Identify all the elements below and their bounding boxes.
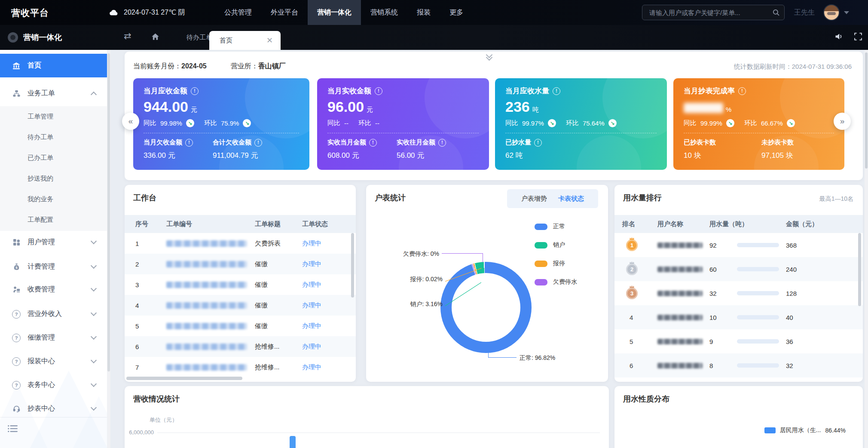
carousel-prev-button[interactable]: « [122,113,139,130]
legend-item-residential[interactable]: 居民用水（生... 86.44% [764,427,846,434]
sidebar-item-billing-mgmt[interactable]: $ 计费管理 [0,255,107,279]
sidebar-item-fee-mgmt[interactable]: 收费管理 [0,278,107,301]
top-nav: 公共管理 外业平台 营销一体化 营销系统 报装 更多 [215,0,473,25]
table-row[interactable]: 3催缴办理中 [125,274,356,295]
sidebar-scrollbar-thumb[interactable] [107,53,110,371]
nav-item-more[interactable]: 更多 [440,0,473,25]
card-value: 236吨 [505,99,657,114]
sidebar-item-installation-center[interactable]: ? 报装中心 [0,350,107,373]
app-logo-icon [8,32,18,43]
sidebar-subitem-my-business[interactable]: 我的业务 [0,189,107,209]
table-row[interactable]: 5 9 36 [614,329,863,353]
card-value-blurred: % [684,99,834,114]
legend-item-normal[interactable]: 正常 [535,223,577,230]
order-status-link[interactable]: 办理中 [302,322,321,329]
sidebar-subitem-done-orders[interactable]: 已办工单 [0,147,107,168]
sidebar-subitem-todo-orders[interactable]: 待办工单 [0,127,107,147]
sidebar-item-label: 收费管理 [28,285,55,294]
order-status-link[interactable]: 办理中 [302,363,321,371]
nav-item-public-mgmt[interactable]: 公共管理 [215,0,261,25]
close-icon[interactable]: ✕ [266,37,273,44]
info-icon[interactable]: ! [553,87,560,95]
card-footer-item: 合计欠收金额! 911,004.79 元 [213,138,262,160]
info-icon[interactable]: ! [738,87,746,95]
trend-down-icon: ↘ [548,119,556,127]
table-row[interactable]: 6 8 32 [614,353,863,377]
tab-card-status[interactable]: 卡表状态 [558,195,584,203]
speaker-icon[interactable] [834,32,843,41]
card-value: 944.00元 [144,99,299,114]
order-status-link[interactable]: 办理中 [302,301,321,309]
search-icon[interactable] [772,9,780,16]
tab-home[interactable]: 首页 ✕ [209,31,281,50]
table-row[interactable]: 7 [614,377,863,382]
main-scrollbar-thumb[interactable] [865,52,868,169]
order-status-link[interactable]: 办理中 [302,260,321,267]
question-circle-icon: ? [12,357,21,366]
nature-legend-swatch [764,427,776,433]
sidebar-item-home[interactable]: 首页 [0,54,107,77]
app-window: 营收平台 2024-07-31 27℃ 阴 公共管理 外业平台 营销一体化 营销… [0,0,868,448]
sidebar-subitem-order-config[interactable]: 工单配置 [0,209,107,230]
table-hscrollbar-thumb[interactable] [126,377,242,380]
info-icon[interactable]: ! [369,139,377,147]
search-input[interactable] [648,9,772,17]
legend-item-arrears[interactable]: 欠费停水 [535,278,577,286]
order-status-link[interactable]: 办理中 [302,239,321,247]
cashier-icon [12,286,21,293]
global-search-box[interactable] [642,5,785,20]
info-icon[interactable]: ! [185,139,193,147]
sidebar-subitem-cc-me[interactable]: 抄送我的 [0,168,107,189]
info-icon[interactable]: ! [534,139,542,147]
collapse-panel-button[interactable] [483,52,495,61]
sidebar-item-business-orders[interactable]: 业务工单 [0,82,107,105]
home-icon[interactable] [151,33,159,43]
info-icon[interactable]: ! [375,87,382,95]
rank-number: 5 [630,338,633,345]
table-row[interactable]: 3 32 128 [614,281,863,305]
table-scrollbar-thumb[interactable] [858,233,861,306]
sidebar-subitem-order-mgmt[interactable]: 工单管理 [0,106,107,127]
table-row[interactable]: 4 10 40 [614,305,863,329]
usage-bar-track [737,243,779,247]
table-row[interactable]: 6抢维修...办理中 [125,336,356,357]
water-usage-ranking-panel: 用水量排行 最高1—10名 排名 用户名称 用水量（吨） 金额（元） 1 92 … [614,185,863,382]
sidebar-item-user-mgmt[interactable]: 用户管理 [0,230,107,254]
nav-item-installation[interactable]: 报装 [407,0,440,25]
table-row[interactable]: 2催缴办理中 [125,254,356,274]
carousel-next-button[interactable]: » [834,113,851,130]
card-title: 当月抄表完成率! [684,86,834,96]
info-icon[interactable]: ! [438,139,446,147]
table-scrollbar-thumb[interactable] [351,233,354,298]
tab-meter-trend[interactable]: 户表增势 [521,195,547,203]
sidebar-item-nonoperating-income[interactable]: ? 营业外收入 [0,302,107,326]
table-row[interactable]: 4催缴办理中 [125,295,356,316]
table-row[interactable]: 1欠费拆表办理中 [125,233,356,254]
user-name[interactable]: 王先生 [794,8,815,17]
nav-item-marketing-system[interactable]: 营销系统 [361,0,407,25]
order-status-link[interactable]: 办理中 [302,343,321,350]
table-row[interactable]: 1 92 368 [614,233,863,257]
table-row[interactable]: 5催缴办理中 [125,316,356,336]
legend-item-paused[interactable]: 报停 [535,260,577,267]
avatar[interactable] [823,4,840,21]
question-circle-icon: ? [12,310,21,319]
svg-text:$: $ [15,266,18,270]
fullscreen-icon[interactable] [854,33,862,40]
nav-item-marketing-integration[interactable]: 营销一体化 [308,0,361,25]
gold-medal-icon: 1 [626,239,638,251]
order-status-link[interactable]: 办理中 [302,281,321,288]
card-footer-item: 已抄水量! 62 吨 [505,138,542,160]
trend-down-icon: ↘ [243,119,251,127]
legend-item-closed[interactable]: 销户 [535,241,577,249]
info-icon[interactable]: ! [191,87,199,95]
blurred-user-name [657,242,703,248]
callout-paused: 报停: 0.02% [392,276,443,283]
table-row[interactable]: 2 60 240 [614,257,863,281]
chevron-down-icon[interactable] [844,11,849,14]
info-icon[interactable]: ! [254,139,262,147]
switch-app-icon[interactable]: ⇄ [124,31,131,41]
nav-item-field-platform[interactable]: 外业平台 [261,0,308,25]
table-row[interactable]: 7抢维修...办理中 [125,357,356,377]
sidebar-item-collection-mgmt[interactable]: ? 催缴管理 [0,326,107,350]
